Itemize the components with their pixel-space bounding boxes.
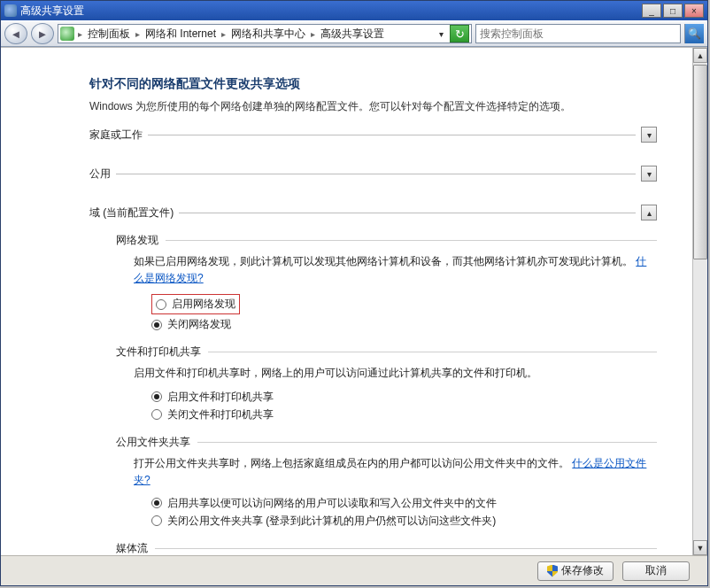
breadcrumb-3[interactable]: 高级共享设置 bbox=[319, 27, 386, 42]
vertical-scrollbar[interactable]: ▲ ▼ bbox=[692, 48, 707, 555]
address-bar[interactable]: ▸ 控制面板 ▸ 网络和 Internet ▸ 网络和共享中心 ▸ 高级共享设置… bbox=[58, 24, 472, 43]
back-button[interactable]: ◄ bbox=[4, 23, 27, 44]
collapse-button[interactable]: ▴ bbox=[641, 205, 657, 220]
subsection-network-discovery: 网络发现 bbox=[116, 233, 657, 248]
section-label: 公用 bbox=[89, 166, 111, 182]
cancel-button[interactable]: 取消 bbox=[622, 561, 690, 581]
expand-button[interactable]: ▾ bbox=[641, 127, 657, 143]
action-bar: 保存修改 取消 bbox=[1, 555, 707, 585]
search-box[interactable] bbox=[475, 24, 681, 43]
file-printer-options: 启用文件和打印机共享 关闭文件和打印机共享 bbox=[151, 390, 657, 422]
page-title: 针对不同的网络配置文件更改共享选项 bbox=[89, 76, 657, 92]
chevron-right-icon[interactable]: ▸ bbox=[134, 29, 142, 39]
search-button[interactable]: 🔍 bbox=[684, 24, 704, 43]
window-frame: 高级共享设置 _ □ × ◄ ► ▸ 控制面板 ▸ 网络和 Internet ▸… bbox=[0, 0, 708, 586]
radio-disable-public-folder[interactable] bbox=[151, 515, 162, 526]
radio-label: 启用共享以便可以访问网络的用户可以读取和写入公用文件夹中的文件 bbox=[167, 496, 497, 511]
radio-label: 启用网络发现 bbox=[172, 297, 235, 312]
radio-label: 关闭网络发现 bbox=[167, 317, 231, 332]
network-discovery-options: 启用网络发现 关闭网络发现 bbox=[151, 294, 657, 332]
title-bar: 高级共享设置 _ □ × bbox=[1, 1, 707, 20]
breadcrumb-0[interactable]: 控制面板 bbox=[86, 27, 132, 42]
public-folder-options: 启用共享以便可以访问网络的用户可以读取和写入公用文件夹中的文件 关闭公用文件夹共… bbox=[151, 496, 657, 529]
file-printer-desc: 启用文件和打印机共享时，网络上的用户可以访问通过此计算机共享的文件和打印机。 bbox=[134, 365, 657, 382]
desc-text: 如果已启用网络发现，则此计算机可以发现其他网络计算机和设备，而其他网络计算机亦可… bbox=[134, 255, 633, 267]
divider bbox=[166, 240, 657, 241]
refresh-button[interactable]: ↻ bbox=[450, 25, 469, 43]
divider bbox=[148, 135, 636, 135]
shield-icon bbox=[547, 565, 558, 577]
save-button-label: 保存修改 bbox=[561, 563, 604, 578]
save-button[interactable]: 保存修改 bbox=[537, 561, 614, 581]
content-area: 针对不同的网络配置文件更改共享选项 Windows 为您所使用的每个网络创建单独… bbox=[1, 47, 707, 555]
search-input[interactable] bbox=[476, 27, 680, 40]
chevron-right-icon[interactable]: ▸ bbox=[220, 29, 228, 39]
radio-label: 关闭文件和打印机共享 bbox=[167, 407, 274, 422]
subsection-media: 媒体流 bbox=[116, 541, 657, 555]
section-label: 家庭或工作 bbox=[89, 128, 143, 143]
radio-disable-file-printer[interactable] bbox=[151, 409, 162, 420]
divider bbox=[155, 548, 657, 549]
public-folder-desc: 打开公用文件夹共享时，网络上包括家庭组成员在内的用户都可以访问公用文件夹中的文件… bbox=[134, 455, 657, 489]
address-dropdown[interactable]: ▾ bbox=[434, 25, 448, 43]
close-button[interactable]: × bbox=[684, 4, 704, 18]
subsection-title: 网络发现 bbox=[116, 233, 158, 248]
section-domain: 域 (当前配置文件) ▴ bbox=[89, 205, 657, 220]
section-label: 域 (当前配置文件) bbox=[89, 205, 174, 220]
subsection-public-folder: 公用文件夹共享 bbox=[116, 435, 657, 450]
minimize-button[interactable]: _ bbox=[642, 4, 661, 18]
subsection-file-printer: 文件和打印机共享 bbox=[116, 344, 657, 360]
scroll-track[interactable] bbox=[693, 259, 707, 540]
subsection-title: 公用文件夹共享 bbox=[116, 435, 190, 450]
section-home-work: 家庭或工作 ▾ bbox=[89, 127, 657, 143]
app-icon bbox=[4, 4, 17, 17]
radio-disable-network-discovery[interactable] bbox=[151, 320, 162, 330]
expand-button[interactable]: ▾ bbox=[641, 166, 657, 182]
divider bbox=[197, 442, 657, 443]
settings-panel: 针对不同的网络配置文件更改共享选项 Windows 为您所使用的每个网络创建单独… bbox=[1, 48, 692, 555]
network-icon bbox=[60, 27, 74, 41]
cancel-button-label: 取消 bbox=[645, 563, 667, 578]
section-public: 公用 ▾ bbox=[89, 166, 657, 182]
scroll-up-button[interactable]: ▲ bbox=[693, 48, 707, 63]
breadcrumb-2[interactable]: 网络和共享中心 bbox=[229, 27, 307, 42]
radio-enable-network-discovery[interactable] bbox=[156, 299, 166, 310]
scroll-thumb[interactable] bbox=[693, 65, 707, 259]
chevron-right-icon[interactable]: ▸ bbox=[309, 29, 317, 39]
scroll-down-button[interactable]: ▼ bbox=[693, 540, 707, 555]
divider bbox=[208, 352, 657, 352]
radio-label: 启用文件和打印机共享 bbox=[167, 390, 274, 405]
nav-bar: ◄ ► ▸ 控制面板 ▸ 网络和 Internet ▸ 网络和共享中心 ▸ 高级… bbox=[1, 20, 707, 47]
network-discovery-desc: 如果已启用网络发现，则此计算机可以发现其他网络计算机和设备，而其他网络计算机亦可… bbox=[134, 253, 657, 287]
radio-enable-public-folder[interactable] bbox=[151, 498, 162, 508]
maximize-button[interactable]: □ bbox=[663, 4, 683, 18]
domain-subsection: 网络发现 如果已启用网络发现，则此计算机可以发现其他网络计算机和设备，而其他网络… bbox=[116, 233, 657, 555]
subsection-title: 文件和打印机共享 bbox=[116, 344, 201, 360]
window-title: 高级共享设置 bbox=[20, 4, 640, 19]
divider bbox=[116, 174, 636, 174]
desc-text: 打开公用文件夹共享时，网络上包括家庭组成员在内的用户都可以访问公用文件夹中的文件… bbox=[134, 457, 569, 469]
radio-label: 关闭公用文件夹共享 (登录到此计算机的用户仍然可以访问这些文件夹) bbox=[167, 514, 496, 529]
radio-enable-file-printer[interactable] bbox=[151, 391, 162, 402]
page-description: Windows 为您所使用的每个网络创建单独的网络配置文件。您可以针对每个配置文… bbox=[89, 99, 657, 114]
breadcrumb-1[interactable]: 网络和 Internet bbox=[143, 27, 218, 42]
chevron-right-icon[interactable]: ▸ bbox=[76, 29, 84, 39]
highlighted-option: 启用网络发现 bbox=[151, 294, 240, 314]
forward-button[interactable]: ► bbox=[31, 23, 54, 44]
subsection-title: 媒体流 bbox=[116, 541, 148, 555]
divider bbox=[179, 213, 636, 213]
